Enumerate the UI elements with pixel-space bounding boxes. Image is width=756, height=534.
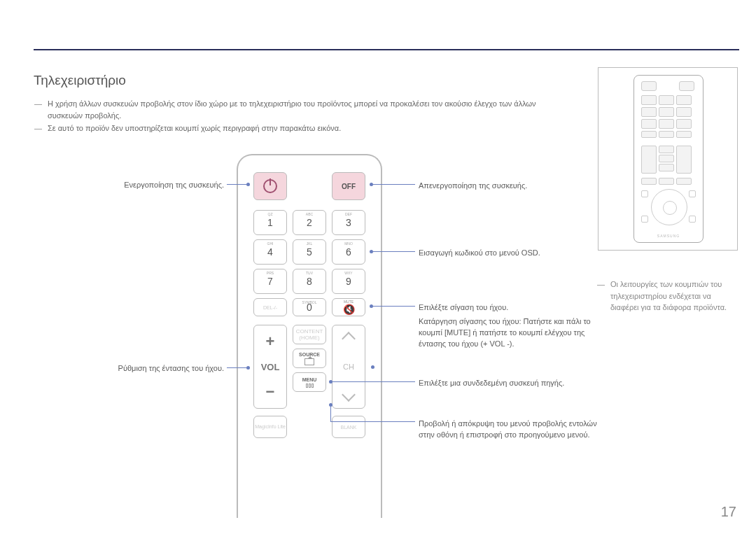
num-2-button[interactable]: ABC2 xyxy=(293,210,326,235)
page-title: Τηλεχειριστήριο xyxy=(34,73,126,88)
mini-remote-outline: SAMSUNG xyxy=(634,75,704,243)
label-source: Επιλέξτε μια συνδεδεμένη συσκευή πηγής. xyxy=(419,378,601,389)
note-2: Σε αυτό το προϊόν δεν υποστηρίζεται κουμ… xyxy=(48,122,566,134)
ch-label: CH xyxy=(343,363,354,371)
mini-remote-frame: SAMSUNG xyxy=(598,67,738,251)
num-6-button[interactable]: MNO6 xyxy=(332,239,365,265)
menu-button[interactable]: MENU xyxy=(293,372,326,392)
menu-icon xyxy=(306,384,314,388)
power-off-button[interactable]: OFF xyxy=(332,172,365,200)
num-0-button[interactable]: SYMBOL0 xyxy=(293,298,326,316)
source-button[interactable]: SOURCE xyxy=(293,349,326,368)
chevron-down-icon xyxy=(342,388,356,402)
label-osd-code: Εισαγωγή κωδικού στο μενού OSD. xyxy=(419,248,601,259)
num-9-button[interactable]: WXY9 xyxy=(332,269,365,294)
vol-label: VOL xyxy=(261,362,280,372)
page-number: 17 xyxy=(721,504,736,520)
vol-plus: + xyxy=(266,332,275,351)
label-power-on: Ενεργοποίηση της συσκευής. xyxy=(42,181,224,189)
label-power-off: Απενεργοποίηση της συσκευής. xyxy=(419,181,601,192)
num-4-button[interactable]: GHI4 xyxy=(253,239,287,265)
chevron-up-icon xyxy=(342,332,356,346)
remote-control: OFF QZ1 ABC2 DEF3 GHI4 JKL5 MNO6 PRS7 TU… xyxy=(237,154,382,518)
label-mute: Επιλέξτε σίγαση του ήχου. xyxy=(419,302,601,314)
note-1: Η χρήση άλλων συσκευών προβολής στον ίδι… xyxy=(48,98,566,121)
label-menu: Προβολή ή απόκρυψη του μενού προβολής εν… xyxy=(419,419,601,441)
vol-minus: − xyxy=(266,383,275,401)
mute-icon: 🔇 xyxy=(343,304,355,315)
power-icon xyxy=(263,179,277,193)
right-side-note: Οι λειτουργίες των κουμπιών του τηλεχειρ… xyxy=(610,279,729,314)
mute-button[interactable]: MUTE 🔇 xyxy=(332,298,365,316)
num-3-button[interactable]: DEF3 xyxy=(332,210,365,235)
magicinfo-button[interactable]: MagicInfo Lite xyxy=(253,416,287,438)
del-button[interactable]: DEL-/- xyxy=(253,298,287,316)
num-7-button[interactable]: PRS7 xyxy=(253,269,287,294)
blank-button[interactable]: BLANK xyxy=(332,416,365,438)
label-volume: Ρύθμιση της έντασης του ήχου. xyxy=(42,364,224,372)
power-on-button[interactable] xyxy=(253,172,287,200)
num-1-button[interactable]: QZ1 xyxy=(253,210,287,235)
content-home-button[interactable]: CONTENT (HOME) xyxy=(293,325,326,344)
num-8-button[interactable]: TUV8 xyxy=(293,269,326,294)
mini-brand: SAMSUNG xyxy=(634,234,703,238)
num-5-button[interactable]: JKL5 xyxy=(293,239,326,265)
channel-button[interactable]: CH xyxy=(332,325,365,409)
source-icon xyxy=(304,358,314,365)
header-divider xyxy=(34,49,739,50)
volume-button[interactable]: + VOL − xyxy=(253,325,287,409)
label-unmute: Κατάργηση σίγασης του ήχου: Πατήστε και … xyxy=(419,316,601,350)
